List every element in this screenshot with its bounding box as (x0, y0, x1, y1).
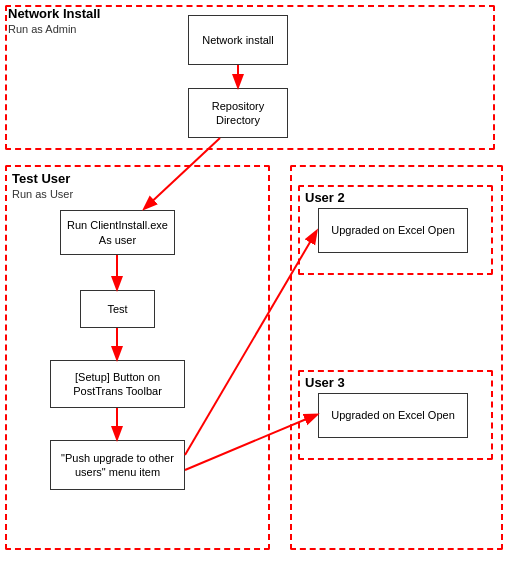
client-install-label: Run ClientInstall.exe As user (65, 218, 170, 247)
network-install-label: Network install (202, 33, 274, 47)
user2-section-title: User 2 (305, 190, 345, 205)
network-section-title: Network Install (8, 6, 100, 21)
network-section-subtitle: Run as Admin (8, 23, 100, 35)
network-section-label: Network Install Run as Admin (8, 6, 100, 35)
test-user-section-subtitle: Run as User (12, 188, 73, 200)
user2-upgrade-label: Upgraded on Excel Open (331, 223, 455, 237)
setup-button-box: [Setup] Button on PostTrans Toolbar (50, 360, 185, 408)
user3-label: User 3 (305, 375, 345, 392)
user2-label: User 2 (305, 190, 345, 207)
test-user-label: Test User Run as User (12, 171, 73, 200)
diagram-container: Network Install Run as Admin Test User R… (0, 0, 508, 563)
test-user-section-title: Test User (12, 171, 73, 186)
test-label: Test (107, 302, 127, 316)
test-box: Test (80, 290, 155, 328)
user2-upgrade-box: Upgraded on Excel Open (318, 208, 468, 253)
network-install-box: Network install (188, 15, 288, 65)
repository-box: Repository Directory (188, 88, 288, 138)
user3-upgrade-box: Upgraded on Excel Open (318, 393, 468, 438)
user3-upgrade-label: Upgraded on Excel Open (331, 408, 455, 422)
push-upgrade-box: "Push upgrade to other users" menu item (50, 440, 185, 490)
push-upgrade-label: "Push upgrade to other users" menu item (55, 451, 180, 480)
setup-button-label: [Setup] Button on PostTrans Toolbar (55, 370, 180, 399)
user3-section-title: User 3 (305, 375, 345, 390)
repository-label: Repository Directory (193, 99, 283, 128)
client-install-box: Run ClientInstall.exe As user (60, 210, 175, 255)
